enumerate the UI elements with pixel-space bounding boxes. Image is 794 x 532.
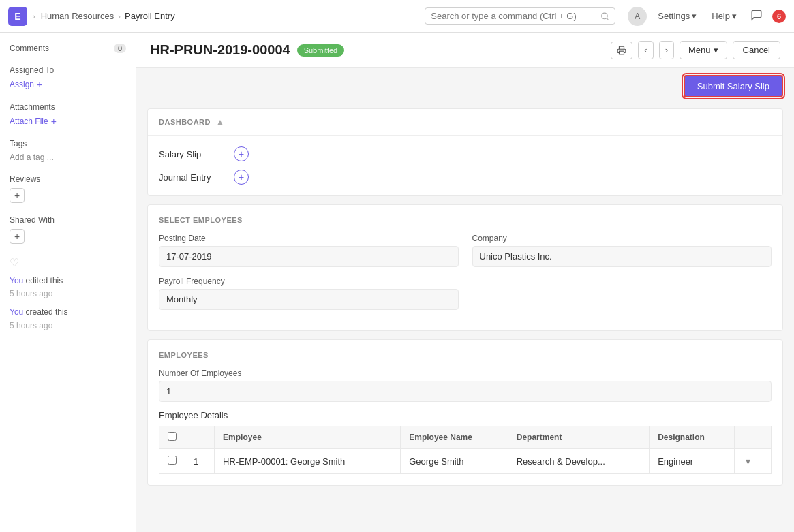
sidebar-assign-link[interactable]: Assign + bbox=[10, 79, 126, 90]
main-layout: Comments 0 Assigned To Assign + Attachme… bbox=[0, 33, 794, 532]
menu-button[interactable]: Menu ▾ bbox=[680, 41, 727, 59]
breadcrumb-sep-2: › bbox=[118, 12, 121, 20]
posting-date-label: Posting Date bbox=[159, 234, 459, 243]
employees-section: EMPLOYEES Number Of Employees 1 Employee… bbox=[148, 340, 782, 485]
page-title-area: HR-PRUN-2019-00004 Submitted bbox=[150, 42, 344, 58]
activity-item-1: You edited this 5 hours ago bbox=[10, 275, 126, 300]
sidebar-shared-add-button[interactable]: + bbox=[10, 229, 25, 244]
num-employees-group: Number Of Employees 1 bbox=[159, 369, 772, 402]
sidebar-attachments-label: Attachments bbox=[10, 102, 126, 112]
form-row-1: Posting Date 17-07-2019 Company Unico Pl… bbox=[159, 234, 772, 267]
print-button[interactable] bbox=[611, 42, 632, 59]
search-bar[interactable] bbox=[425, 7, 615, 25]
select-employees-title: SELECT EMPLOYEES bbox=[159, 216, 772, 224]
dashboard-panel-body: Salary Slip + Journal Entry + bbox=[148, 136, 782, 195]
employee-details-label: Employee Details bbox=[159, 410, 772, 420]
sidebar-add-tag[interactable]: Add a tag ... bbox=[10, 153, 126, 162]
row-employee-name: George Smith bbox=[401, 449, 508, 474]
payroll-frequency-label: Payroll Frequency bbox=[159, 277, 459, 286]
employee-table: Employee Employee Name Department Design… bbox=[159, 426, 772, 474]
row-checkbox[interactable] bbox=[168, 456, 177, 465]
sidebar-tags-label: Tags bbox=[10, 139, 126, 148]
th-checkbox bbox=[159, 426, 185, 449]
salary-slip-add-button[interactable]: + bbox=[234, 146, 249, 161]
prev-button[interactable]: ‹ bbox=[638, 41, 653, 59]
content-area: HR-PRUN-2019-00004 Submitted ‹ › Menu ▾ … bbox=[136, 33, 794, 532]
heart-icon[interactable]: ♡ bbox=[10, 256, 126, 269]
activity-1-you: You bbox=[10, 276, 23, 285]
sidebar-comments-count: 0 bbox=[114, 44, 126, 53]
breadcrumb-sep-1: › bbox=[33, 12, 35, 20]
payroll-frequency-group: Payroll Frequency Monthly bbox=[159, 277, 459, 310]
notification-badge[interactable]: 6 bbox=[772, 10, 786, 23]
sidebar-reviews-section: Reviews + bbox=[10, 174, 126, 203]
sidebar-attachments-section: Attachments Attach File + bbox=[10, 102, 126, 127]
navbar-actions: A Settings ▾ Help ▾ 6 bbox=[628, 6, 786, 26]
page-header: HR-PRUN-2019-00004 Submitted ‹ › Menu ▾ … bbox=[136, 33, 794, 68]
dashboard-salary-slip-item: Salary Slip + bbox=[159, 146, 772, 161]
app-logo: E bbox=[8, 7, 27, 26]
company-group: Company Unico Plastics Inc. bbox=[472, 234, 772, 267]
sidebar-reviews-add-button[interactable]: + bbox=[10, 188, 25, 203]
num-employees-row: Number Of Employees 1 bbox=[159, 369, 772, 402]
avatar: A bbox=[628, 7, 647, 26]
dashboard-collapse-icon: ▲ bbox=[216, 117, 224, 127]
posting-date-value: 17-07-2019 bbox=[159, 246, 459, 267]
sidebar-reviews-label: Reviews bbox=[10, 174, 126, 184]
dashboard-panel-header[interactable]: DASHBOARD ▲ bbox=[148, 109, 782, 136]
form-row-2: Payroll Frequency Monthly bbox=[159, 277, 772, 310]
page-title: HR-PRUN-2019-00004 bbox=[150, 42, 290, 58]
table-row: 1 HR-EMP-00001: George Smith George Smit… bbox=[159, 449, 772, 474]
select-all-checkbox[interactable] bbox=[168, 432, 177, 441]
row-expand-cell: ▾ bbox=[735, 449, 772, 474]
row-num: 1 bbox=[185, 449, 215, 474]
sidebar-shared-section: Shared With + bbox=[10, 215, 126, 244]
row-expand-button[interactable]: ▾ bbox=[743, 454, 753, 468]
sidebar-attach-file-link[interactable]: Attach File + bbox=[10, 116, 126, 127]
assign-plus-icon: + bbox=[37, 79, 42, 90]
company-label: Company bbox=[472, 234, 772, 243]
activity-1-text: edited this bbox=[23, 276, 63, 285]
num-employees-value: 1 bbox=[159, 381, 772, 402]
activity-2-you: You bbox=[10, 307, 23, 317]
th-expand bbox=[735, 426, 772, 449]
select-employees-body: SELECT EMPLOYEES Posting Date 17-07-2019… bbox=[148, 205, 782, 330]
journal-entry-add-button[interactable]: + bbox=[234, 170, 249, 185]
sidebar-shared-label: Shared With bbox=[10, 215, 126, 225]
payroll-frequency-value: Monthly bbox=[159, 289, 459, 310]
sidebar: Comments 0 Assigned To Assign + Attachme… bbox=[0, 33, 136, 532]
row-designation: Engineer bbox=[650, 449, 735, 474]
page-actions: ‹ › Menu ▾ Cancel bbox=[611, 41, 780, 59]
svg-line-1 bbox=[607, 18, 608, 19]
employee-table-body: 1 HR-EMP-00001: George Smith George Smit… bbox=[159, 449, 772, 474]
breadcrumb-human-resources[interactable]: Human Resources bbox=[41, 11, 114, 21]
navbar: E › Human Resources › Payroll Entry A Se… bbox=[0, 0, 794, 33]
sidebar-comments-label: Comments bbox=[10, 44, 49, 53]
dashboard-title: DASHBOARD bbox=[159, 118, 211, 126]
activity-2-time: 5 hours ago bbox=[10, 321, 52, 330]
sidebar-activity: You edited this 5 hours ago You created … bbox=[10, 275, 126, 332]
sidebar-tags-section: Tags Add a tag ... bbox=[10, 139, 126, 162]
help-button[interactable]: Help ▾ bbox=[707, 8, 741, 24]
company-value: Unico Plastics Inc. bbox=[472, 246, 772, 267]
content-inner: DASHBOARD ▲ Salary Slip + Journal Entry … bbox=[136, 97, 794, 497]
dashboard-items: Salary Slip + Journal Entry + bbox=[159, 146, 772, 185]
chat-button[interactable] bbox=[748, 6, 765, 26]
submit-salary-slip-button[interactable]: Submit Salary Slip bbox=[684, 75, 783, 97]
chat-icon bbox=[750, 9, 763, 21]
settings-button[interactable]: Settings ▾ bbox=[654, 8, 701, 24]
select-employees-panel: SELECT EMPLOYEES Posting Date 17-07-2019… bbox=[147, 204, 783, 331]
sidebar-assigned-section: Assigned To Assign + bbox=[10, 65, 126, 90]
posting-date-group: Posting Date 17-07-2019 bbox=[159, 234, 459, 267]
th-designation: Designation bbox=[650, 426, 735, 449]
dashboard-panel: DASHBOARD ▲ Salary Slip + Journal Entry … bbox=[147, 108, 783, 196]
th-employee: Employee bbox=[215, 426, 401, 449]
cancel-button[interactable]: Cancel bbox=[733, 41, 780, 59]
search-input[interactable] bbox=[431, 11, 596, 21]
sidebar-comments-section: Comments 0 bbox=[10, 44, 126, 53]
employees-title: EMPLOYEES bbox=[159, 351, 772, 359]
breadcrumb: Human Resources › Payroll Entry bbox=[41, 11, 175, 21]
attach-plus-icon: + bbox=[51, 116, 57, 127]
salary-slip-label: Salary Slip bbox=[159, 149, 227, 159]
next-button[interactable]: › bbox=[659, 41, 674, 59]
